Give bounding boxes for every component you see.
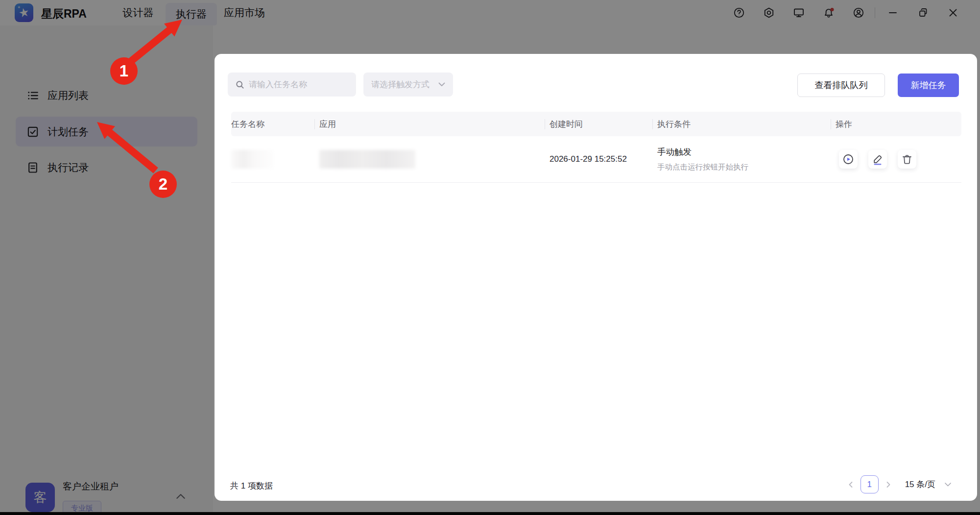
row-actions xyxy=(836,150,961,169)
page-size-select[interactable]: 15 条/页 xyxy=(905,479,935,490)
table-header: 任务名称 应用 创建时间 执行条件 操作 xyxy=(231,112,961,136)
col-operations: 操作 xyxy=(836,119,961,130)
redacted-task-name xyxy=(231,150,273,169)
tasks-table: 任务名称 应用 创建时间 执行条件 操作 2026-01-29 15:25:52… xyxy=(231,112,961,183)
delete-task-button[interactable] xyxy=(898,150,916,169)
view-queue-button[interactable]: 查看排队队列 xyxy=(797,74,885,97)
add-task-button[interactable]: 新增任务 xyxy=(898,74,959,97)
delete-icon xyxy=(901,153,913,165)
search-placeholder: 请输入任务名称 xyxy=(249,79,307,90)
run-icon xyxy=(842,153,854,165)
task-name-search-input[interactable]: 请输入任务名称 xyxy=(228,73,356,97)
chevron-down-icon xyxy=(438,82,445,87)
window-bottom-edge xyxy=(0,512,980,515)
col-app: 应用 xyxy=(319,119,550,130)
search-icon xyxy=(235,80,245,90)
chevron-right-icon[interactable] xyxy=(884,481,892,489)
scheduled-tasks-panel: 请输入任务名称 请选择触发方式 查看排队队列 新增任务 任务名称 应用 创建时间… xyxy=(215,54,977,501)
page-number[interactable]: 1 xyxy=(860,475,879,493)
run-task-button[interactable] xyxy=(839,150,858,169)
table-row: 2026-01-29 15:25:52 手动触发 手动点击运行按钮开始执行 xyxy=(231,136,961,183)
total-count-label: 共 1 项数据 xyxy=(230,480,273,491)
step-badge-1: 1 xyxy=(110,57,138,85)
select-placeholder: 请选择触发方式 xyxy=(371,79,438,90)
condition-title: 手动触发 xyxy=(657,146,836,158)
created-at-value: 2026-01-29 15:25:52 xyxy=(550,154,657,164)
chevron-down-icon[interactable] xyxy=(944,482,952,487)
col-condition: 执行条件 xyxy=(657,119,836,130)
edit-icon xyxy=(872,153,884,165)
col-created-at: 创建时间 xyxy=(550,119,657,130)
pagination: 1 15 条/页 xyxy=(847,475,952,493)
trigger-type-select[interactable]: 请选择触发方式 xyxy=(363,73,453,97)
edit-task-button[interactable] xyxy=(868,150,887,169)
step-badge-2: 2 xyxy=(149,171,177,198)
redacted-app-name xyxy=(319,150,415,169)
app-window: ✦ ★ 星辰RPA 设计器 执行器 应用市场 xyxy=(0,0,980,515)
chevron-left-icon[interactable] xyxy=(847,481,855,489)
col-task-name: 任务名称 xyxy=(231,119,319,130)
condition-cell: 手动触发 手动点击运行按钮开始执行 xyxy=(657,146,836,172)
condition-description: 手动点击运行按钮开始执行 xyxy=(657,162,836,172)
